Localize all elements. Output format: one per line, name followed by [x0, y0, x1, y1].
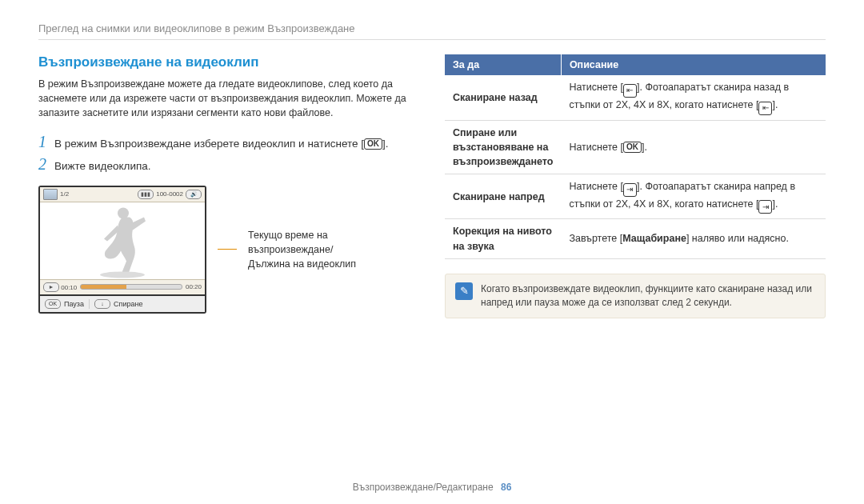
svg-point-1 [100, 271, 145, 278]
manual-page: Преглед на снимки или видеоклипове в реж… [0, 0, 864, 504]
note-icon: ✎ [455, 282, 473, 300]
page-footer: Възпроизвеждане/Редактиране 86 [0, 482, 864, 493]
row-desc: Натиснете [⇤]. Фотоапаратът сканира наза… [561, 75, 826, 120]
progress-track [80, 284, 182, 290]
footer-section: Възпроизвеждане/Редактиране [353, 482, 494, 493]
left-column: Възпроизвеждане на видеоклип В режим Въз… [38, 54, 422, 318]
ok-icon: OK [364, 138, 382, 150]
ok-key-icon: OK [45, 299, 61, 309]
row-text: ]. [772, 198, 778, 210]
row-text: Завъртете [ [569, 233, 622, 244]
scan-fwd-icon: ⇥ [758, 200, 772, 214]
thumbnail-icon [43, 189, 58, 200]
dancer-silhouette-icon [86, 202, 158, 278]
lcd-preview [40, 202, 205, 279]
lcd-buttonbar: OK Пауза ↓ Спиране [40, 294, 205, 312]
photo-counter: 1/2 [60, 190, 69, 198]
svg-point-0 [118, 207, 129, 218]
camera-lcd: 1/2 ▮▮▮ 100-0002 🔊 [38, 186, 206, 314]
step-number: 1 [38, 133, 54, 151]
total-time: 00:20 [186, 283, 202, 290]
pause-button[interactable]: OK Пауза [40, 299, 90, 309]
step-text: Вижте видеоклипа. [54, 158, 422, 174]
steps-list: 1 В режим Възпроизвеждане изберете видео… [38, 133, 422, 174]
row-text: Натиснете [ [569, 142, 623, 153]
row-desc: Завъртете [Мащабиране] наляво или надясн… [561, 219, 826, 258]
step-1-pre: В режим Възпроизвеждане изберете видеокл… [54, 138, 364, 150]
stop-button[interactable]: ↓ Спиране [90, 299, 147, 309]
stop-label: Спиране [114, 300, 142, 308]
row-label: Спиране или възстановяване на възпроизве… [445, 120, 561, 174]
scan-back-icon: ⇤ [758, 102, 772, 115]
row-text: Натиснете [ [569, 82, 623, 93]
breadcrumb: Преглед на снимки или видеоклипове в реж… [38, 22, 826, 34]
row-text: Натиснете [ [569, 181, 623, 192]
lcd-topbar: 1/2 ▮▮▮ 100-0002 🔊 [40, 187, 205, 202]
speaker-icon: 🔊 [186, 190, 202, 199]
callout-line [218, 249, 237, 250]
zoom-keyword: Мащабиране [622, 233, 686, 244]
step-number: 2 [38, 155, 54, 174]
note-text: Когато възпроизвеждате видеоклип, функци… [481, 282, 815, 310]
lcd-progress-bar: ► 00:10 00:20 [40, 279, 205, 294]
step-1: 1 В режим Възпроизвеждане изберете видео… [38, 133, 422, 152]
section-title: Възпроизвеждане на видеоклип [38, 54, 422, 70]
file-number: 100-0002 [156, 190, 183, 198]
row-desc: Натиснете [OK]. [561, 120, 826, 174]
elapsed-time: 00:10 [61, 283, 77, 290]
step-1-post: ]. [382, 138, 389, 150]
note-box: ✎ Когато възпроизвеждате видеоклип, функ… [445, 274, 826, 319]
row-label: Сканиране назад [445, 75, 561, 120]
screenshot-row: 1/2 ▮▮▮ 100-0002 🔊 [38, 186, 422, 314]
row-label: Сканиране напред [445, 174, 561, 219]
intro-text: В режим Възпроизвеждане можете да гледат… [38, 77, 422, 120]
table-header-desc: Описание [561, 54, 826, 75]
battery-icon: ▮▮▮ [138, 190, 154, 199]
row-text: ]. [772, 99, 778, 110]
ok-icon: OK [623, 142, 642, 153]
table-row: Сканиране напред Натиснете [⇥]. Фотоапар… [445, 174, 826, 219]
table-row: Сканиране назад Натиснете [⇤]. Фотоапара… [445, 75, 826, 120]
right-column: За да Описание Сканиране назад Натиснете… [445, 54, 826, 318]
content-columns: Възпроизвеждане на видеоклип В режим Въз… [38, 54, 826, 318]
scan-back-icon: ⇤ [623, 84, 637, 98]
down-key-icon: ↓ [94, 299, 110, 309]
table-header-row: За да Описание [445, 54, 826, 75]
scan-fwd-icon: ⇥ [623, 183, 637, 197]
divider [38, 39, 826, 40]
row-text: ]. [642, 142, 647, 153]
step-2: 2 Вижте видеоклипа. [38, 155, 422, 174]
table-row: Спиране или възстановяване на възпроизве… [445, 120, 826, 174]
row-text: ] наляво или надясно. [686, 233, 789, 244]
page-number: 86 [501, 482, 511, 493]
pause-label: Пауза [64, 300, 84, 308]
row-desc: Натиснете [⇥]. Фотоапаратът сканира напр… [561, 174, 826, 219]
step-text: В режим Възпроизвеждане изберете видеокл… [54, 136, 422, 152]
play-icon: ► [43, 282, 59, 292]
screenshot-caption: Текущо време на възпроизвеждане/ Дължина… [248, 228, 376, 271]
row-label: Корекция на нивото на звука [445, 219, 561, 258]
functions-table: За да Описание Сканиране назад Натиснете… [445, 54, 826, 259]
table-row: Корекция на нивото на звука Завъртете [М… [445, 219, 826, 258]
table-header-action: За да [445, 54, 561, 75]
